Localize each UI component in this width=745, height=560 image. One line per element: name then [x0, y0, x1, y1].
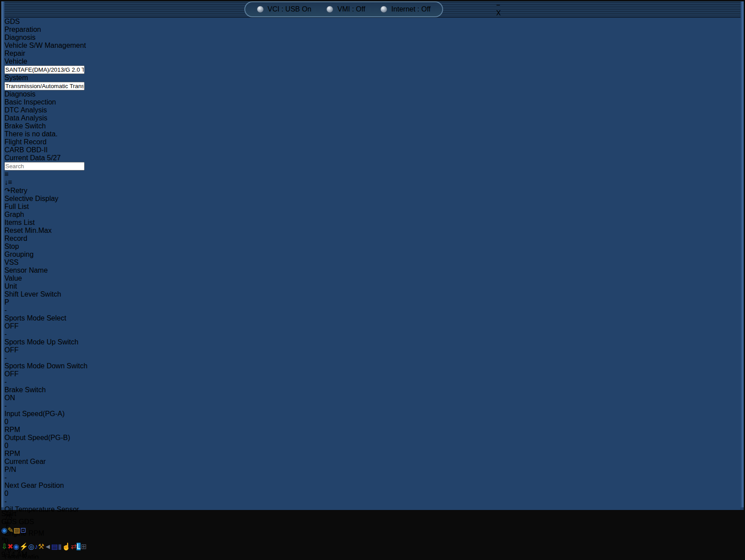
list-lines-icon: ≡: [4, 170, 8, 178]
sidebar-item-carb-obd2[interactable]: CARB OBD-II: [4, 146, 741, 154]
sidebar-item-flight-record[interactable]: Flight Record: [4, 138, 741, 146]
sensor-unit: -: [4, 498, 741, 506]
battery-icon[interactable]: ▮: [58, 543, 62, 550]
sensor-unit: -: [4, 402, 741, 410]
system-value-field[interactable]: [4, 82, 85, 90]
tab-vehicle-sw-management[interactable]: Vehicle S/W Management: [4, 42, 741, 50]
update-icon[interactable]: ⇩: [1, 543, 7, 550]
gds-logo: GDS: [4, 18, 741, 26]
column-sensor-name[interactable]: Sensor Name: [4, 266, 741, 274]
sidebar-item-data-analysis[interactable]: Data Analysis: [4, 114, 741, 122]
status-item: VMI : Off: [326, 5, 365, 13]
sensor-unit: RPM: [4, 426, 741, 434]
vehicle-value-field[interactable]: [4, 66, 85, 74]
tree-message-text: There is no data.: [4, 130, 58, 138]
sensor-row[interactable]: Sports Mode Select OFF -: [4, 314, 741, 338]
sensor-row[interactable]: Brake Switch ON -: [4, 386, 741, 410]
display-icon[interactable]: ⊡: [20, 526, 26, 534]
mute-icon[interactable]: ✖: [7, 543, 13, 550]
display-settings-icon[interactable]: ⊞: [81, 543, 86, 550]
connection-status-pill: VCI : USB On VMI : Off Internet : Off: [244, 1, 443, 17]
sensor-row[interactable]: Output Speed(PG-B) 0 RPM: [4, 434, 741, 458]
sort-list-button[interactable]: ↓≡: [4, 178, 741, 186]
sensor-unit: -: [4, 354, 741, 362]
minimize-button[interactable]: −: [496, 1, 501, 9]
audio-network-icon[interactable]: ♪: [35, 543, 38, 550]
sensor-value: OFF: [4, 322, 741, 330]
toolbar-button-label: Grouping: [4, 251, 34, 258]
status-text: VCI : USB On: [268, 5, 312, 13]
status-led-icon: [380, 6, 387, 13]
media-player-icon[interactable]: ◉: [1, 526, 8, 534]
sensor-name: Current Gear: [4, 458, 46, 465]
sensor-row[interactable]: Sports Mode Up Switch OFF -: [4, 338, 741, 362]
sensor-row[interactable]: Sports Mode Down Switch OFF -: [4, 362, 741, 386]
language-icon[interactable]: L: [77, 543, 81, 550]
vehicle-bar: Vehicle System: [4, 58, 741, 90]
system-select-button[interactable]: System: [4, 74, 741, 82]
notebook-icon[interactable]: ▤: [51, 543, 58, 550]
taskbar-app-gds[interactable]: GDS GDS: [1, 518, 744, 526]
toolbar-button-label: Graph: [4, 211, 24, 218]
toolbar-button[interactable]: Full List: [4, 203, 741, 211]
close-button[interactable]: X: [496, 9, 501, 17]
sensor-row[interactable]: Shift Lever Switch P -: [4, 290, 741, 314]
start-button[interactable]: Start: [1, 510, 744, 518]
messenger-icon[interactable]: ⚡: [19, 543, 28, 550]
sidebar-item-dtc-analysis[interactable]: DTC Analysis: [4, 106, 741, 114]
folder-icon[interactable]: ▨: [13, 526, 20, 534]
retry-button[interactable]: ↷Retry: [4, 186, 741, 195]
pencil-icon[interactable]: ✎: [8, 526, 13, 534]
tab-preparation[interactable]: Preparation: [4, 26, 741, 34]
sync-icon[interactable]: ⇄: [71, 543, 77, 550]
pointer-icon[interactable]: ☝: [62, 543, 71, 550]
quick-launch: ◉✎▨⊡: [1, 526, 744, 534]
section-header: Current Data 5/27 ≡ ↓≡ ↷Retry: [4, 154, 741, 195]
toolbar-button[interactable]: Selective Display: [4, 195, 741, 203]
sensor-name: Sports Mode Down Switch: [4, 362, 88, 370]
vehicle-select-button[interactable]: Vehicle: [4, 58, 741, 66]
find-button[interactable]: ≡: [4, 170, 741, 178]
tray-expand-chevron[interactable]: »: [1, 534, 744, 542]
toolbar-button[interactable]: Reset Min.Max: [4, 227, 741, 235]
tree-item-label: Brake Switch: [4, 122, 46, 130]
toolbar-button-label: Items List: [4, 219, 35, 226]
sensor-name: Shift Lever Switch: [4, 290, 61, 298]
tab-repair[interactable]: Repair: [4, 50, 741, 58]
status-text: Internet : Off: [391, 5, 431, 13]
sensor-name: Next Gear Position: [4, 482, 64, 489]
status-led-icon: [257, 6, 264, 13]
tools-icon[interactable]: ⚒: [38, 543, 44, 550]
down-arrow-list-icon: ↓≡: [4, 178, 12, 186]
toolbar-button[interactable]: Items List: [4, 219, 741, 227]
toolbar-button[interactable]: VSS: [4, 259, 741, 266]
network-globe-icon[interactable]: ◉: [13, 543, 19, 550]
data-toolbar: Selective Display Full List Graph: [4, 195, 741, 266]
sensor-row[interactable]: Input Speed(PG-A) 0 RPM: [4, 410, 741, 434]
screen: VCI : USB On VMI : Off Internet : Off − …: [0, 0, 745, 560]
toolbar-button[interactable]: Stop: [4, 243, 741, 251]
sidebar-item-basic-inspection[interactable]: Basic Inspection: [4, 98, 741, 106]
sensor-name: Output Speed(PG-B): [4, 434, 70, 441]
gds-app-icon: GDS: [1, 518, 17, 525]
column-unit[interactable]: Unit: [4, 282, 741, 290]
status-item: Internet : Off: [380, 5, 431, 13]
tree-item-brake-switch[interactable]: Brake Switch: [4, 122, 741, 130]
volume-icon[interactable]: ◄: [44, 543, 51, 550]
tree-message: There is no data.: [4, 130, 741, 138]
sensor-row[interactable]: Current Gear P/N -: [4, 458, 741, 482]
status-item: VCI : USB On: [257, 5, 312, 13]
column-value[interactable]: Value: [4, 274, 741, 282]
sensor-name: Brake Switch: [4, 386, 46, 394]
toolbar-button[interactable]: Graph: [4, 211, 741, 219]
toolbar-button[interactable]: Record: [4, 235, 741, 243]
sensor-unit: -: [4, 378, 741, 386]
selected-sensors-table: Sensor Name Value Unit Shift Lever Switc…: [4, 266, 741, 410]
sensor-unit: -: [4, 306, 741, 314]
sensor-row[interactable]: Next Gear Position 0 -: [4, 482, 741, 506]
globe-icon[interactable]: ◎: [28, 543, 35, 550]
app-window: VCI : USB On VMI : Off Internet : Off − …: [1, 1, 744, 510]
search-input[interactable]: [4, 162, 85, 170]
tab-diagnosis[interactable]: Diagnosis: [4, 34, 741, 42]
toolbar-button[interactable]: Grouping: [4, 251, 741, 259]
